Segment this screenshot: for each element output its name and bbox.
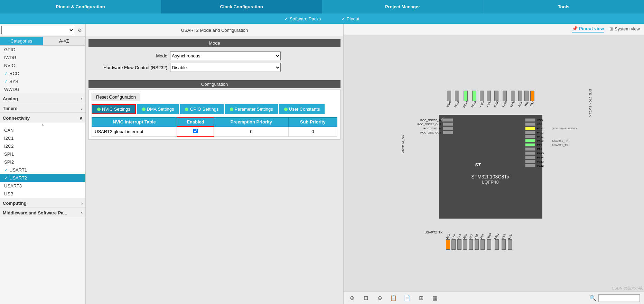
sidebar-section-connectivity[interactable]: Connectivity ∨ [0,113,85,122]
nav-pinout[interactable]: Pinout & Configuration [0,0,161,13]
right-pin-pa11: PA11 [525,135,577,138]
bot-pin-pa3: PA3 [446,235,451,250]
sidebar-item-usart3[interactable]: USART3 [0,182,85,190]
pin-nrst: NRST [493,91,500,105]
nav-tools[interactable]: Tools [483,0,644,13]
sidebar-section-timers[interactable]: Timers › [0,103,85,113]
dot-icon [142,108,146,111]
bottom-search: 🔍 [589,294,640,302]
sidebar-item-spi2[interactable]: SPI2 [0,158,85,166]
sidebar-item-nvic[interactable]: NVIC [0,62,85,70]
enabled-checkbox[interactable] [193,129,198,133]
left-label-rcc-osc32-in: RCC_OSC32_IN [414,118,453,122]
fit-icon[interactable]: ⊡ [362,294,370,302]
col-enabled: Enabled [177,117,214,127]
interrupt-name: USART2 global interrupt [92,127,177,136]
nav-clock[interactable]: Clock Configuration [161,0,322,13]
sidebar-search-select[interactable] [1,26,74,34]
bot-pin-pa7: PA7 [468,235,474,250]
tab-categories[interactable]: Categories [0,37,43,45]
sidebar-item-usart2[interactable]: ✓USART2 [0,174,85,182]
chip-area: USART2_RX SYS_JTCK-SWCLK VBAT PC13- [344,35,644,292]
chevron-right-icon: › [81,210,83,215]
pin-pa2: PA2 [530,91,535,105]
tab-dma-settings[interactable]: DMA Settings [137,104,179,114]
zoom-out-icon[interactable]: ⊖ [375,294,384,302]
sidebar-section-middleware[interactable]: Middleware and Software Pa... › [0,208,85,217]
mode-field-hwflow: Hardware Flow Control (RS232) Disable [91,63,338,72]
dot-icon [284,108,288,111]
chip-logo: ST [473,149,508,173]
mode-select[interactable]: Asynchronous [170,51,281,60]
main-layout: ⚙ Categories A->Z GPIO IWDG NVIC ✓RCC ✓S… [0,24,644,304]
sidebar-item-i2c1[interactable]: I2C1 [0,134,85,142]
mode-field-mode: Mode Asynchronous [91,51,338,60]
sub-nav-software-packs[interactable]: ✓ Software Packs [284,16,321,21]
zoom-in-icon[interactable]: ⊕ [348,294,356,302]
sidebar-item-spi1[interactable]: SPI1 [0,150,85,158]
tab-atoz[interactable]: A->Z [43,37,86,45]
chevron-right-icon: › [81,201,83,206]
right-pin-pa8: PA8 [525,147,577,151]
hw-flow-select[interactable]: Disable [170,63,281,72]
usart2-tx-label: USART2_TX [425,231,443,234]
tab-parameter-settings[interactable]: Parameter Settings [225,104,278,114]
sidebar-item-gpio[interactable]: GPIO [0,46,85,54]
gear-icon[interactable]: ⚙ [76,26,84,34]
sidebar-item-sys[interactable]: ✓SYS [0,77,85,85]
col-nvic-name: NVIC Interrupt Table [92,117,177,127]
system-view-btn[interactable]: ⊞ System view [609,26,640,32]
sidebar-item-rcc[interactable]: ✓RCC [0,70,85,77]
enabled-checkbox-cell[interactable] [177,127,214,136]
sidebar-item-usb[interactable]: USB [0,190,85,198]
sub-nav-pinout[interactable]: ✓ Pinout [342,16,359,21]
sys-jtck-label: SYS_JTCK-SWCLK [589,89,592,117]
scroll-up-icon[interactable]: ▲ [0,122,85,126]
sidebar-item-iwdg[interactable]: IWDG [0,54,85,62]
table-row: USART2 global interrupt 0 0 [92,127,337,136]
pin-pd1: PD1- [486,91,492,105]
top-pins: VBAT PC13- PC14- PC15- [446,91,535,105]
pin-vssa: VSSA [501,91,508,105]
search-icon: 🔍 [589,294,597,302]
right-pin-pb13: PB13 [525,160,577,163]
bottom-pins: PA3 PA4 PA5 PA6 [446,235,513,250]
content-area: USART2 Mode and Configuration Mode Mode … [86,24,343,304]
sidebar-section-analog[interactable]: Analog › [0,93,85,103]
sidebar-item-can[interactable]: CAN [0,126,85,134]
sidebar-item-i2c2[interactable]: I2C2 [0,142,85,150]
svg-text:ST: ST [475,162,481,167]
mode-label: Mode [91,53,167,58]
pinout-view-btn[interactable]: 📌 Pinout view [572,26,604,33]
copy-icon[interactable]: 📋 [389,294,398,302]
reset-config-button[interactable]: Reset Configuration [92,93,140,101]
bot-pin-pb11: PB11 [493,235,500,250]
left-label-rcc-osc-out: RCC_OSC_OUT [414,131,453,134]
usart2-rx-label: USART2_RX [401,135,404,154]
sidebar-item-wwdg[interactable]: WWDG [0,85,85,93]
tab-gpio-settings[interactable]: GPIO Settings [180,104,223,114]
pin-vbat: VBAT [446,91,452,105]
sidebar-tabs: Categories A->Z [0,37,85,46]
pin-vdda: VDDA [509,91,516,105]
pin-pc15: PC15- [470,91,478,105]
right-pin-pa10: PA10 USART1_RX [525,139,577,142]
chip-search-input[interactable] [598,294,640,302]
preemption-value: 0 [214,127,288,136]
nvic-table: NVIC Interrupt Table Enabled Preemption … [92,117,337,137]
layout-icon[interactable]: ▦ [431,294,439,302]
config-inner: Reset Configuration NVIC Settings DMA Se… [88,90,340,140]
grid-icon[interactable]: ⊞ [417,294,425,302]
dot-icon [185,108,188,111]
nav-project[interactable]: Project Manager [322,0,483,13]
chip-package: LQFP48 [482,179,498,185]
bot-pin-vss: VSS [501,235,506,250]
tab-user-constants[interactable]: User Constants [279,104,325,114]
bot-pin-pa4: PA4 [451,235,456,250]
paste-icon[interactable]: 📄 [403,294,411,302]
tab-nvic-settings[interactable]: NVIC Settings [92,104,136,114]
chevron-right-icon: › [81,96,83,101]
sidebar-item-usart1[interactable]: ✓USART1 [0,166,85,174]
right-pin-pa12: PA12 [525,131,577,134]
sidebar-section-computing[interactable]: Computing › [0,198,85,208]
